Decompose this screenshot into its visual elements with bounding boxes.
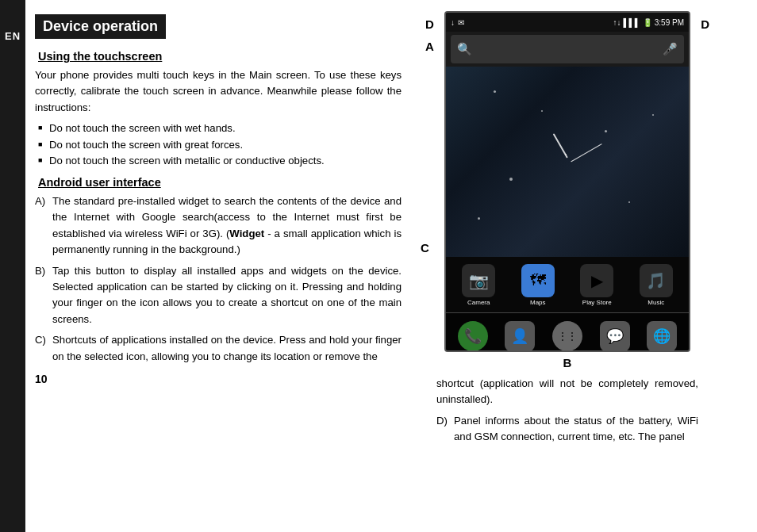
maps-icon: 🗺 [521,264,555,297]
music-icon: 🎵 [640,264,673,297]
item-a-letter: A) [35,193,52,258]
below-phone-text: shortcut (application will not be comple… [436,376,698,450]
dock-phone-icon: 📞 [458,321,488,351]
sparkle-3 [605,130,607,132]
en-label: EN [5,30,21,42]
sparkle-7 [478,217,480,220]
app-row: 📷 Camera 🗺 Maps ▶ Play Store 🎵 Music [446,257,689,312]
item-b-letter: B) [35,263,52,328]
app-maps[interactable]: 🗺 Maps [514,264,562,306]
item-d-text: Panel informs about the status of the ba… [454,413,698,446]
status-bar: ↓ ✉ ↑↓ ▌▌▌ 🔋 3:59 PM [446,13,689,32]
dock-messages[interactable]: 💬 [595,321,635,351]
item-d: D) Panel informs about the status of the… [436,413,698,446]
sparkle-5 [509,178,513,181]
playstore-icon: ▶ [580,264,613,297]
item-a: A) The standard pre-installed widget to … [35,193,402,258]
item-a-text-after: - a small application which is permanent… [52,228,402,255]
item-c-text: Shortcuts of applications installed on t… [52,332,402,365]
wifi-bars: ▌▌▌ [623,18,640,27]
search-icon: 🔍 [457,42,472,56]
signal-icon: ↑↓ [613,18,621,27]
search-bar[interactable]: 🔍 🎤 [451,35,684,63]
battery-icon: 🔋 [643,18,652,27]
dock-messages-icon: 💬 [600,321,630,351]
status-time: 3:59 PM [655,18,684,27]
sparkle-2 [541,110,543,112]
dock-apps-icon: ⋮⋮ [552,321,582,351]
download-icon: ↓ [451,18,455,27]
wallpaper [446,67,689,257]
app-camera[interactable]: 📷 Camera [455,264,502,306]
section1-body: Your phone provides multi touch keys in … [35,67,402,116]
item-b-text: Tap this button to display all installed… [52,263,402,328]
dock-browser-icon: 🌐 [647,321,677,351]
sparkle-1 [494,90,496,93]
app-music[interactable]: 🎵 Music [632,264,680,306]
maps-label: Maps [530,299,546,306]
bullet-item: Do not touch the screen with wet hands. [38,121,402,136]
dock-phone[interactable]: 📞 [453,321,493,351]
section1-heading: Using the touchscreen [35,50,402,63]
section2-heading: Android user interface [35,176,402,189]
page-number: 10 [35,373,402,385]
item-c: C) Shortcuts of applications installed o… [35,332,402,365]
annotation-d-right: D [701,17,709,31]
app-playstore[interactable]: ▶ Play Store [573,264,621,306]
dock-apps[interactable]: ⋮⋮ [548,321,587,351]
item-d-letter: D) [436,413,454,446]
status-icons-left: ↓ ✉ [451,18,464,27]
camera-label: Camera [467,299,490,306]
dock-browser[interactable]: 🌐 [642,321,682,351]
annotation-c: C [421,241,429,255]
sparkle-6 [628,201,630,203]
music-label: Music [647,299,664,306]
item-a-bold: Widget [229,228,264,239]
item-b: B) Tap this button to display all instal… [35,263,402,328]
phone-container: D D A C B ↓ ✉ ↑↓ ▌▌▌ 🔋 3:59 PM [436,11,698,352]
en-tab: EN [0,0,25,532]
bullet-item: Do not touch the screen with great force… [38,137,402,153]
main-content: Device operation Using the touchscreen Y… [25,0,414,532]
bullet-item: Do not touch the screen with metallic or… [38,153,402,169]
item-a-text: The standard pre-installed widget to sea… [52,193,402,258]
bottom-dock: 📞 👤 ⋮⋮ 💬 🌐 [446,312,689,352]
playstore-label: Play Store [582,299,612,306]
annotation-a: A [425,40,434,53]
item-c-letter: C) [35,332,52,365]
dock-contacts[interactable]: 👤 [500,321,540,351]
clock-hour-hand [553,133,568,158]
mic-icon: 🎤 [663,42,678,56]
clock-minute-hand [571,144,601,162]
page-title: Device operation [35,14,166,39]
status-right: ↑↓ ▌▌▌ 🔋 3:59 PM [613,18,684,27]
sparkle-8 [652,114,654,116]
camera-icon: 📷 [462,264,495,297]
dock-contacts-icon: 👤 [505,321,535,351]
annotation-d-left: D [425,17,434,31]
phone-screen: ↓ ✉ ↑↓ ▌▌▌ 🔋 3:59 PM 🔍 🎤 [444,11,690,352]
right-panel: D D A C B ↓ ✉ ↑↓ ▌▌▌ 🔋 3:59 PM [414,0,724,532]
annotation-b: B [563,356,572,369]
bullet-list: Do not touch the screen with wet hands. … [38,121,402,169]
shortcut-text: shortcut (application will not be comple… [436,376,698,408]
message-icon: ✉ [458,18,464,27]
